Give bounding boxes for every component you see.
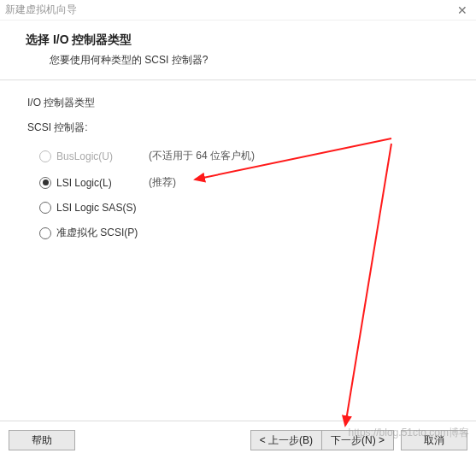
option-label: BusLogic(U) <box>56 150 149 162</box>
option-hint: (不适用于 64 位客户机) <box>149 149 255 163</box>
option-lsi-logic[interactable]: LSI Logic(L) (推荐) <box>39 175 449 190</box>
page-subtitle: 您要使用何种类型的 SCSI 控制器? <box>50 53 459 68</box>
wizard-footer: 帮助 < 上一步(B) 下一步(N) > 取消 <box>0 421 476 459</box>
radio-icon <box>39 150 51 162</box>
wizard-body: I/O 控制器类型 SCSI 控制器: BusLogic(U) (不适用于 64… <box>0 80 476 259</box>
back-button[interactable]: < 上一步(B) <box>250 430 322 450</box>
option-lsi-logic-sas[interactable]: LSI Logic SAS(S) <box>39 202 449 214</box>
window-title: 新建虚拟机向导 <box>5 3 77 17</box>
radio-icon[interactable] <box>39 227 51 239</box>
radio-icon[interactable] <box>39 177 51 189</box>
titlebar: 新建虚拟机向导 ✕ <box>0 0 476 21</box>
subgroup-label: SCSI 控制器: <box>27 121 449 135</box>
cancel-button[interactable]: 取消 <box>401 430 467 450</box>
close-icon[interactable]: ✕ <box>454 3 471 17</box>
option-buslogic: BusLogic(U) (不适用于 64 位客户机) <box>39 149 449 163</box>
radio-options: BusLogic(U) (不适用于 64 位客户机) LSI Logic(L) … <box>39 149 449 240</box>
help-button[interactable]: 帮助 <box>9 430 75 450</box>
radio-icon[interactable] <box>39 202 51 214</box>
option-hint: (推荐) <box>149 175 176 190</box>
group-label: I/O 控制器类型 <box>27 96 449 110</box>
option-label: LSI Logic SAS(S) <box>56 202 149 214</box>
option-label: 准虚拟化 SCSI(P) <box>56 226 149 240</box>
page-title: 选择 I/O 控制器类型 <box>26 32 459 48</box>
wizard-header: 选择 I/O 控制器类型 您要使用何种类型的 SCSI 控制器? <box>0 21 476 80</box>
nav-button-group: < 上一步(B) 下一步(N) > <box>250 430 394 450</box>
option-label: LSI Logic(L) <box>56 177 149 189</box>
next-button[interactable]: 下一步(N) > <box>321 430 394 450</box>
option-paravirtual-scsi[interactable]: 准虚拟化 SCSI(P) <box>39 226 449 240</box>
